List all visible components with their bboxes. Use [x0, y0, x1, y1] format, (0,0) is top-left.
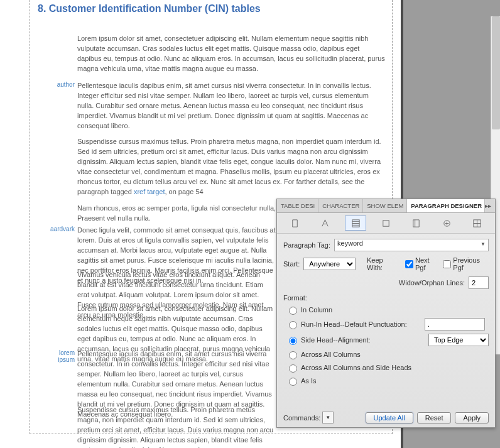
scrollbar-thumb[interactable] [492, 16, 500, 129]
start-select[interactable]: Anywhere [303, 258, 356, 270]
text-span: Suspendisse cursus maximus tellus. Proin… [77, 138, 381, 195]
font-properties-icon[interactable] [315, 216, 336, 231]
paragraph-tag-value: keyword [335, 239, 363, 247]
tab-show-elements[interactable]: SHOW ELEM [363, 199, 407, 212]
radio-label: Across All Columns [301, 351, 361, 358]
commands-dropdown[interactable]: ▼ [322, 412, 334, 423]
section-heading: 8. Customer Identification Number (CIN) … [38, 3, 261, 14]
tab-paragraph-designer[interactable]: PARAGRAPH DESIGNER [407, 199, 485, 212]
previous-pgf-label: Previous Pgf [453, 256, 489, 271]
tab-table-designer[interactable]: TABLE DESI [277, 199, 318, 212]
numbering-properties-icon[interactable] [375, 216, 396, 231]
body-paragraph: Suspendisse cursus maximus tellus. Proin… [77, 137, 385, 197]
xref-link[interactable]: xref target [134, 188, 165, 195]
apply-button[interactable]: Apply [455, 412, 489, 423]
margin-note-lorem: lorem ipsum [42, 349, 75, 363]
chevron-down-icon: ▼ [481, 241, 486, 247]
radio-runin-head[interactable]: Run-In Head--Default Punctuation: [286, 318, 489, 331]
reset-button[interactable]: Reset [417, 412, 452, 423]
radio-label: In Column [301, 306, 332, 314]
body-paragraph: Pellentesque iaculis dapibus enim, sit a… [77, 81, 385, 131]
radio-in-column[interactable]: In Column [286, 305, 489, 315]
commands-label: Commands: [283, 414, 320, 422]
next-pgf-label: Next Pgf [415, 256, 439, 271]
radio-label: Run-In Head--Default Punctuation: [301, 320, 407, 328]
widow-orphan-label: Widow/Orphan Lines: [399, 279, 465, 287]
pagination-properties-icon[interactable] [345, 216, 366, 231]
svg-rect-4 [383, 220, 389, 226]
radio-across-all-side-heads[interactable]: Across All Columns and Side Heads [286, 363, 489, 373]
collapse-icon[interactable]: ▸▸ [485, 202, 495, 209]
side-head-alignment-select[interactable]: Top Edge [428, 334, 489, 346]
keep-with-label: Keep With: [367, 256, 398, 271]
body-paragraph: Suspendisse cursus maximus tellus. Proin… [77, 405, 276, 448]
radio-across-all-columns[interactable]: Across All Columns [286, 349, 489, 359]
next-pgf-checkbox[interactable] [405, 260, 413, 268]
asian-properties-icon[interactable] [436, 216, 457, 231]
format-label: Format: [283, 294, 489, 302]
paragraph-tag-select[interactable]: keyword ▼ [334, 239, 489, 251]
format-radio-group: In Column Run-In Head--Default Punctuati… [286, 305, 489, 386]
paragraph-tag-label: Paragraph Tag: [283, 241, 330, 249]
margin-note-author: author [42, 81, 75, 88]
text-span: , on page 54 [165, 188, 203, 195]
start-label: Start: [283, 260, 300, 268]
designer-toolbar [277, 213, 495, 234]
radio-as-is[interactable]: As Is [286, 376, 489, 386]
radio-label: Side Head--Alignment: [301, 336, 371, 344]
paragraph-designer-panel: TABLE DESI CHARACTER SHOW ELEM PARAGRAPH… [276, 199, 496, 428]
previous-pgf-checkbox[interactable] [443, 260, 451, 268]
margin-note-aardvark: aardvark [42, 226, 75, 232]
update-all-button[interactable]: Update All [366, 412, 413, 423]
panel-body: Paragraph Tag: keyword ▼ Start: Anywhere… [277, 234, 495, 393]
tab-character[interactable]: CHARACTER [318, 199, 363, 212]
advanced-properties-icon[interactable] [406, 216, 427, 231]
basic-properties-icon[interactable] [284, 216, 305, 231]
panel-tab-bar: TABLE DESI CHARACTER SHOW ELEM PARAGRAPH… [277, 199, 495, 213]
radio-label: Across All Columns and Side Heads [301, 364, 411, 371]
runin-punctuation-input[interactable] [425, 318, 485, 331]
radio-side-head[interactable]: Side Head--Alignment: Top Edge [286, 334, 489, 346]
radio-label: As Is [301, 377, 316, 385]
commands-row: Commands: ▼ Update All Reset Apply [283, 412, 489, 423]
widow-orphan-input[interactable] [469, 276, 489, 289]
body-paragraph: Lorem ipsum dolor sit amet, consectetuer… [77, 34, 385, 74]
table-cell-properties-icon[interactable] [467, 216, 488, 231]
